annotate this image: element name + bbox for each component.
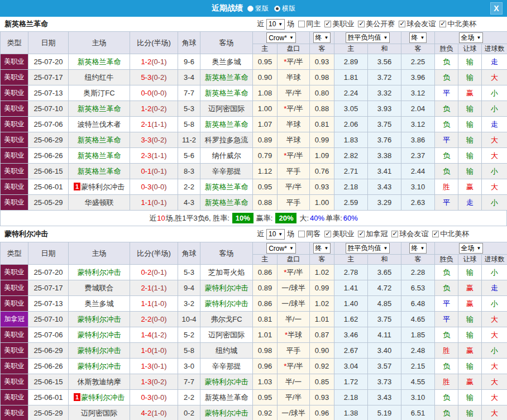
league-cell: 美职业 <box>1 280 28 296</box>
away-team-name: 蒙特利尔冲击 <box>205 409 248 417</box>
match-count-select[interactable]: 10▼ <box>266 229 285 240</box>
avg-away-cell: 2.44 <box>401 164 435 179</box>
score-cell: 1-3(0-1) <box>130 359 178 374</box>
full-time-score: 1-2 <box>141 104 151 113</box>
avg-draw-cell: 3.56 <box>368 54 401 70</box>
score-cell: 2-2(0-0) <box>130 312 178 327</box>
summary-segment: 10% <box>232 213 253 223</box>
avg-type-select[interactable]: 胜平负均值▼ <box>346 32 390 43</box>
corners-cell: 5-3 <box>178 265 200 280</box>
avg-home-cell: 2.82 <box>334 148 368 164</box>
bookmaker-select[interactable]: Crow*▼ <box>266 32 296 43</box>
avg-stage-select[interactable]: 终▼ <box>409 32 427 43</box>
scope-select[interactable]: 全场▼ <box>459 243 484 254</box>
avg-home-cell: 3.05 <box>334 101 368 117</box>
avg-away-cell: 3.10 <box>401 179 435 195</box>
full-time-score: 1-3 <box>141 378 151 386</box>
layout-radio-option[interactable]: 横版 <box>274 4 295 13</box>
table-row: 美职业25-07-13奥兰多城1-1(1-0)3-2蒙特利尔冲击0.86一/球半… <box>1 296 507 312</box>
avg-away-cell: 2.48 <box>401 343 435 359</box>
layout-radio-group: 竖版横版 <box>247 4 295 13</box>
handicap-result-cell: 赢 <box>458 374 482 390</box>
column-subheader: 客 <box>401 44 435 54</box>
avg-away-cell: 6.51 <box>401 405 435 420</box>
full-time-score: 0-0 <box>141 89 151 97</box>
score-cell: 1-2(0-1) <box>130 54 178 70</box>
home-odds-cell: 0.89 <box>253 132 278 148</box>
away-team-name: 纽约城 <box>216 346 237 355</box>
select-value: 全场 <box>461 33 475 42</box>
home-team-name: 蒙特利尔冲击 <box>81 183 125 191</box>
handicap-result-cell: 输 <box>458 101 482 117</box>
goals-result-cell: 小 <box>482 265 507 280</box>
away-odds-cell: 0.88 <box>310 101 334 117</box>
date-cell: 25-06-15 <box>28 164 69 179</box>
date-cell: 25-06-29 <box>28 343 69 359</box>
handicap-line-cell: 半球 <box>278 117 310 132</box>
avg-type-select[interactable]: 胜平负均值▼ <box>346 243 390 254</box>
date-cell: 25-05-29 <box>28 405 69 420</box>
odds-stage-select[interactable]: 终▼ <box>313 243 331 254</box>
league-filter-checkbox[interactable] <box>324 231 331 237</box>
league-filter-checkbox[interactable] <box>324 21 331 27</box>
chevron-down-icon: ▼ <box>324 35 329 40</box>
home-team-name: 蒙特利尔冲击 <box>78 331 121 339</box>
league-filter-checkbox[interactable] <box>432 231 439 237</box>
layout-radio-label: 竖版 <box>255 4 269 13</box>
odds-stage-select[interactable]: 终▼ <box>313 32 331 43</box>
filters-group: 近10▼场同主美职业美公开赛球会友谊中北美杯 <box>257 19 476 30</box>
avg-away-cell: 3.12 <box>401 85 435 101</box>
match-count-select[interactable]: 10▼ <box>266 19 285 30</box>
league-filter-label: 美职业 <box>332 229 354 239</box>
column-header: 角球 <box>178 32 200 54</box>
goals-result-cell: 大 <box>482 359 507 374</box>
handicap-line-cell: 平/半 <box>278 390 310 405</box>
home-odds-cell: 0.92 <box>253 405 278 420</box>
avg-home-cell: 1.83 <box>334 132 368 148</box>
score-cell: 2-1(1-1) <box>130 280 178 296</box>
goals-result-cell: 大 <box>482 70 507 85</box>
league-cell: 美职业 <box>1 85 28 101</box>
close-button[interactable]: X <box>490 2 503 15</box>
date-cell: 25-06-15 <box>28 374 69 390</box>
away-team-cell: 辛辛那提 <box>200 164 253 179</box>
avg-home-cell: 1.62 <box>334 312 368 327</box>
half-time-score: (1-1) <box>151 284 166 292</box>
league-filter-checkbox[interactable] <box>391 231 398 237</box>
dropdown-header-cell: 终▼ <box>310 32 334 44</box>
away-odds-cell: 0.76 <box>310 164 334 179</box>
result-cell: 负 <box>435 164 458 179</box>
bookmaker-select[interactable]: Crow*▼ <box>266 243 296 254</box>
league-filter-checkbox[interactable] <box>358 231 365 237</box>
avg-stage-select[interactable]: 终▼ <box>409 243 427 254</box>
chevron-down-icon: ▼ <box>289 35 294 40</box>
league-filter-checkbox[interactable] <box>439 21 446 27</box>
date-cell: 25-07-10 <box>28 101 69 117</box>
result-cell: 负 <box>435 265 458 280</box>
away-team-cell: 纳什威尔 <box>200 148 253 164</box>
team-section: 蒙特利尔冲击 近10▼场同客美职业加拿冠球会友谊中北美杯 类型日期主场比分(半场… <box>0 226 507 420</box>
scope-select[interactable]: 全场▼ <box>459 32 484 43</box>
handicap-result-cell: 赢 <box>458 296 482 312</box>
home-odds-cell: 0.98 <box>253 343 278 359</box>
column-subheader: 和 <box>368 44 401 54</box>
away-team-cell: 辛辛那提 <box>200 359 253 374</box>
league-filter-checkbox[interactable] <box>358 21 365 27</box>
team-heading: 蒙特利尔冲击 <box>4 229 48 239</box>
avg-away-cell: 2.37 <box>401 148 435 164</box>
team-heading: 新英格兰革命 <box>4 19 48 29</box>
date-cell: 25-07-06 <box>28 117 69 132</box>
half-time-score: (0-2) <box>151 136 166 144</box>
column-subheader: 主 <box>334 44 368 54</box>
column-subheader: 进球数 <box>482 255 507 265</box>
away-odds-cell: 0.93 <box>310 390 334 405</box>
handicap-line-cell: *半球 <box>278 327 310 343</box>
score-cell: 1-2(0-2) <box>130 101 178 117</box>
corners-cell: 2-2 <box>178 179 200 195</box>
same-side-checkbox[interactable] <box>298 21 305 27</box>
full-time-score: 2-1 <box>141 284 151 292</box>
layout-radio-option[interactable]: 竖版 <box>247 4 269 13</box>
same-side-checkbox[interactable] <box>298 231 305 237</box>
summary-segment: 场,胜1平3负6, 胜率: <box>166 213 229 223</box>
league-filter-checkbox[interactable] <box>399 21 405 27</box>
